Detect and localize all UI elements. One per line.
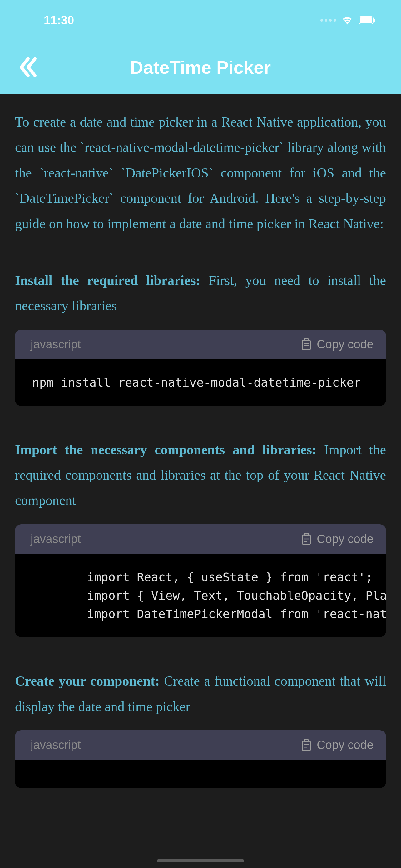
section-install: Install the required libraries: First, y…	[15, 268, 386, 406]
clipboard-icon	[301, 533, 312, 545]
code-content: npm install react-native-modal-datetime-…	[15, 359, 386, 406]
status-bar: 11:30	[0, 0, 401, 41]
section-header: Create your component: Create a function…	[15, 668, 386, 719]
signal-dots-icon	[321, 19, 336, 22]
copy-code-label: Copy code	[317, 532, 373, 546]
section-header: Import the necessary components and libr…	[15, 437, 386, 514]
battery-icon	[359, 16, 376, 25]
copy-code-label: Copy code	[317, 738, 373, 752]
section-title: Import the necessary components and libr…	[15, 442, 317, 458]
code-content	[15, 760, 386, 788]
back-button[interactable]	[19, 56, 37, 78]
svg-rect-14	[305, 739, 308, 741]
code-block: javascript Copy code import React, { use…	[15, 524, 386, 638]
svg-rect-9	[305, 533, 308, 535]
code-header: javascript Copy code	[15, 524, 386, 554]
copy-code-button[interactable]: Copy code	[301, 532, 373, 546]
intro-paragraph: To create a date and time picker in a Re…	[15, 110, 386, 237]
home-indicator[interactable]	[157, 859, 244, 862]
section-header: Install the required libraries: First, y…	[15, 268, 386, 319]
svg-rect-4	[305, 339, 308, 341]
code-language-label: javascript	[31, 338, 81, 351]
nav-bar: DateTime Picker	[0, 41, 401, 94]
svg-rect-2	[374, 19, 375, 22]
wifi-icon	[342, 16, 353, 25]
page-title: DateTime Picker	[130, 57, 271, 78]
copy-code-button[interactable]: Copy code	[301, 738, 373, 752]
status-icons	[321, 16, 376, 25]
content-area[interactable]: To create a date and time picker in a Re…	[0, 94, 401, 804]
copy-code-label: Copy code	[317, 338, 373, 351]
section-create: Create your component: Create a function…	[15, 668, 386, 788]
code-header: javascript Copy code	[15, 330, 386, 359]
code-content: import React, { useState } from 'react';…	[15, 554, 386, 638]
clipboard-icon	[301, 739, 312, 751]
clipboard-icon	[301, 338, 312, 350]
code-language-label: javascript	[31, 532, 81, 546]
code-block: javascript Copy code npm install react-n…	[15, 330, 386, 406]
section-title: Install the required libraries:	[15, 273, 200, 288]
section-import: Import the necessary components and libr…	[15, 437, 386, 638]
code-block: javascript Copy code	[15, 730, 386, 788]
code-language-label: javascript	[31, 738, 81, 752]
section-title: Create your component:	[15, 673, 160, 689]
chevron-left-double-icon	[19, 56, 37, 78]
status-time: 11:30	[44, 14, 74, 27]
copy-code-button[interactable]: Copy code	[301, 338, 373, 351]
code-header: javascript Copy code	[15, 730, 386, 760]
svg-rect-1	[360, 18, 372, 23]
